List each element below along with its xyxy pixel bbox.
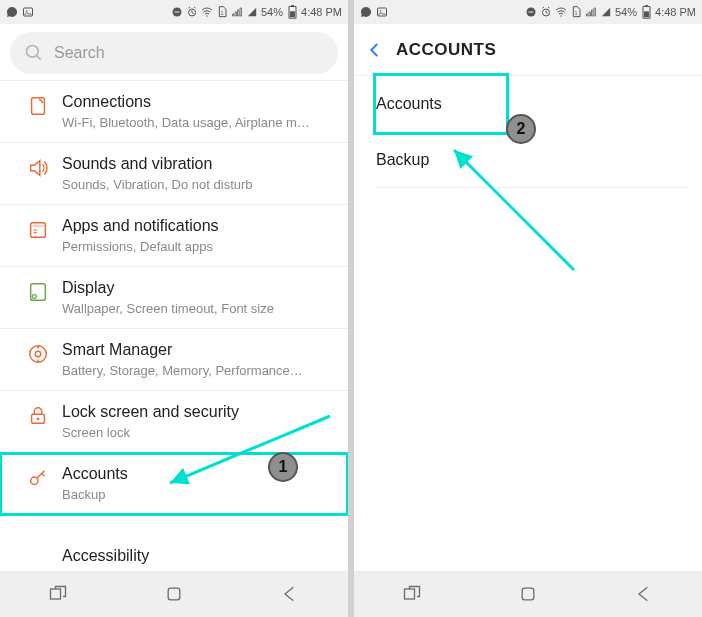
image-icon [22,6,34,18]
settings-screen: 1 54% 4:48 PM Search Connections Wi-Fi, … [0,0,348,617]
row-title: Accessibility [0,547,348,565]
svg-point-5 [206,15,208,17]
smart-manager-icon [27,343,49,365]
row-subtitle: Wi-Fi, Bluetooth, Data usage, Airplane m… [62,115,334,130]
accounts-header: ACCOUNTS [354,24,702,76]
wifi-icon [555,6,567,18]
battery-pct: 54% [261,6,283,18]
signal2-icon [600,6,612,18]
row-title: Sounds and vibration [62,155,334,173]
whatsapp-icon [6,6,18,18]
svg-rect-29 [529,12,534,13]
row-connections[interactable]: Connections Wi-Fi, Bluetooth, Data usage… [0,80,348,143]
annotation-badge-2: 2 [506,114,536,144]
signal-bars-icon [585,6,597,18]
svg-point-27 [380,10,382,12]
row-title: Display [62,279,334,297]
row-subtitle: Battery, Storage, Memory, Performance… [62,363,334,378]
battery-icon [640,6,652,18]
partial-next-row: Accessibility [0,547,348,571]
item-accounts[interactable]: Accounts [376,76,506,132]
back-button[interactable] [631,581,657,607]
row-lock-screen[interactable]: Lock screen and security Screen lock [0,391,348,453]
home-button[interactable] [515,581,541,607]
svg-point-21 [37,417,40,420]
clock-time: 4:48 PM [301,6,342,18]
alarm-icon [540,6,552,18]
svg-rect-36 [405,589,415,599]
row-smart-manager[interactable]: Smart Manager Battery, Storage, Memory, … [0,329,348,391]
item-backup[interactable]: Backup [376,132,688,188]
annotation-badge-1: 1 [268,452,298,482]
search-placeholder: Search [54,44,105,62]
battery-pct: 54% [615,6,637,18]
dnd-icon [171,6,183,18]
svg-text:1: 1 [221,10,224,16]
item-label: Accounts [376,95,442,113]
header-title: ACCOUNTS [396,40,496,60]
image-icon [376,6,388,18]
svg-rect-23 [51,589,61,599]
lock-icon [27,405,49,427]
connections-icon [27,95,49,117]
signal-bars-icon [231,6,243,18]
svg-point-10 [27,46,39,58]
svg-point-19 [35,351,41,357]
whatsapp-icon [360,6,372,18]
svg-rect-11 [32,98,45,115]
search-input[interactable]: Search [10,32,338,74]
display-icon [27,281,49,303]
home-button[interactable] [161,581,187,607]
back-chevron-icon[interactable] [362,35,390,65]
svg-rect-37 [522,588,534,600]
settings-list: Connections Wi-Fi, Bluetooth, Data usage… [0,80,348,515]
svg-rect-35 [644,11,649,17]
row-subtitle: Screen lock [62,425,334,440]
row-title: Smart Manager [62,341,334,359]
svg-rect-24 [168,588,180,600]
svg-rect-13 [33,225,44,228]
status-bar: 1 54% 4:48 PM [0,0,348,24]
apps-icon [27,219,49,241]
svg-rect-9 [290,11,295,17]
row-title: Connections [62,93,334,111]
search-icon [24,43,44,63]
recents-button[interactable] [399,581,425,607]
row-subtitle: Sounds, Vibration, Do not disturb [62,177,334,192]
svg-rect-8 [291,5,294,6]
key-icon [27,467,49,489]
row-subtitle: Permissions, Default apps [62,239,334,254]
status-bar: 1 54% 4:48 PM [354,0,702,24]
row-title: Lock screen and security [62,403,334,421]
dnd-icon [525,6,537,18]
nav-bar [0,571,348,617]
alarm-icon [186,6,198,18]
svg-rect-34 [645,5,648,6]
svg-rect-3 [175,12,180,13]
svg-point-22 [31,477,38,484]
sim1-icon: 1 [570,6,582,18]
row-subtitle: Backup [62,487,334,502]
row-apps[interactable]: Apps and notifications Permissions, Defa… [0,205,348,267]
recents-button[interactable] [45,581,71,607]
item-label: Backup [376,151,429,169]
signal2-icon [246,6,258,18]
svg-point-1 [26,10,28,12]
nav-bar [354,571,702,617]
clock-time: 4:48 PM [655,6,696,18]
sound-icon [27,157,49,179]
wifi-icon [201,6,213,18]
svg-point-31 [560,15,562,17]
svg-text:1: 1 [575,10,578,16]
battery-icon [286,6,298,18]
sim1-icon: 1 [216,6,228,18]
back-button[interactable] [277,581,303,607]
row-sounds[interactable]: Sounds and vibration Sounds, Vibration, … [0,143,348,205]
row-subtitle: Wallpaper, Screen timeout, Font size [62,301,334,316]
accounts-screen: 1 54% 4:48 PM ACCOUNTS Accounts Backup 2 [354,0,702,617]
row-display[interactable]: Display Wallpaper, Screen timeout, Font … [0,267,348,329]
row-title: Apps and notifications [62,217,334,235]
